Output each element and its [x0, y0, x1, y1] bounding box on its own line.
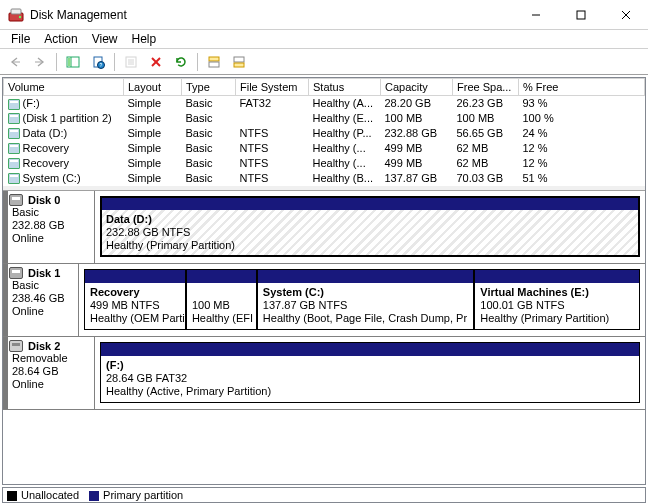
col-freespace[interactable]: Free Spa...: [453, 79, 519, 96]
table-row[interactable]: Data (D:)SimpleBasicNTFSHealthy (P...232…: [4, 126, 645, 141]
partition[interactable]: Data (D:)232.88 GB NTFSHealthy (Primary …: [100, 196, 640, 257]
cell-status: Healthy (B...: [309, 171, 381, 186]
svg-rect-24: [234, 63, 244, 67]
cell-pct: 24 %: [519, 126, 645, 141]
disk-header[interactable]: Disk 2Removable28.64 GBOnline: [3, 337, 95, 409]
legend-unallocated: Unallocated: [7, 489, 79, 501]
cell-layout: Simple: [124, 156, 182, 171]
col-capacity[interactable]: Capacity: [381, 79, 453, 96]
partition-band: [101, 343, 639, 356]
cell-pct: 51 %: [519, 171, 645, 186]
disk-label: Disk 1: [28, 267, 60, 279]
cell-pct: 100 %: [519, 111, 645, 126]
partition-status: Healthy (Boot, Page File, Crash Dump, Pr: [263, 312, 468, 325]
disk-size: 232.88 GB: [12, 219, 88, 232]
cell-capacity: 100 MB: [381, 111, 453, 126]
menu-help[interactable]: Help: [125, 30, 164, 48]
disk-list-bottom-button[interactable]: [228, 51, 250, 73]
disk-partitions: Data (D:)232.88 GB NTFSHealthy (Primary …: [95, 191, 645, 263]
table-row[interactable]: System (C:)SimpleBasicNTFSHealthy (B...1…: [4, 171, 645, 186]
help-button[interactable]: ?: [87, 51, 109, 73]
forward-button[interactable]: [29, 51, 51, 73]
cell-type: Basic: [182, 96, 236, 111]
partition-sizefs: 137.87 GB NTFS: [263, 299, 468, 312]
maximize-button[interactable]: [558, 0, 603, 29]
close-button[interactable]: [603, 0, 648, 29]
disk-list-top-button[interactable]: [203, 51, 225, 73]
disk-icon: [9, 340, 23, 352]
window-title: Disk Management: [30, 8, 513, 22]
cell-free: 100 MB: [453, 111, 519, 126]
cell-capacity: 137.87 GB: [381, 171, 453, 186]
volume-table[interactable]: Volume Layout Type File System Status Ca…: [3, 78, 645, 190]
disk-row-disk2: Disk 2Removable28.64 GBOnline(F:)28.64 G…: [3, 337, 645, 410]
cell-status: Healthy (E...: [309, 111, 381, 126]
menu-file[interactable]: File: [4, 30, 37, 48]
volume-icon: [8, 113, 20, 124]
disk-header[interactable]: Disk 0Basic232.88 GBOnline: [3, 191, 95, 263]
cell-type: Basic: [182, 126, 236, 141]
app-icon: [8, 7, 24, 23]
col-layout[interactable]: Layout: [124, 79, 182, 96]
partition-band: [258, 270, 473, 283]
cell-fs: NTFS: [236, 141, 309, 156]
volume-icon: [8, 128, 20, 139]
menu-action[interactable]: Action: [37, 30, 84, 48]
disk-kind: Removable: [12, 352, 88, 365]
volume-list-pane[interactable]: Volume Layout Type File System Status Ca…: [3, 78, 645, 190]
partition-sizefs: 28.64 GB FAT32: [106, 372, 634, 385]
disk-partitions: Recovery499 MB NTFSHealthy (OEM Partit 1…: [79, 264, 645, 336]
cell-layout: Simple: [124, 141, 182, 156]
cell-status: Healthy (A...: [309, 96, 381, 111]
svg-rect-23: [234, 57, 244, 62]
table-row[interactable]: RecoverySimpleBasicNTFSHealthy (...499 M…: [4, 141, 645, 156]
partition[interactable]: 100 MBHealthy (EFI Sy: [186, 269, 257, 330]
cell-fs: NTFS: [236, 126, 309, 141]
cell-fs: NTFS: [236, 156, 309, 171]
partition[interactable]: Virtual Machines (E:)100.01 GB NTFSHealt…: [474, 269, 640, 330]
delete-button[interactable]: [145, 51, 167, 73]
legend-primary: Primary partition: [89, 489, 183, 501]
table-row[interactable]: (Disk 1 partition 2)SimpleBasicHealthy (…: [4, 111, 645, 126]
partition-status: Healthy (EFI Sy: [192, 312, 251, 325]
disk-header[interactable]: Disk 1Basic238.46 GBOnline: [3, 264, 79, 336]
svg-rect-11: [68, 58, 71, 66]
col-status[interactable]: Status: [309, 79, 381, 96]
cell-type: Basic: [182, 156, 236, 171]
partition-name: Virtual Machines (E:): [480, 286, 634, 299]
col-filesystem[interactable]: File System: [236, 79, 309, 96]
partition-sizefs: 499 MB NTFS: [90, 299, 180, 312]
column-headers[interactable]: Volume Layout Type File System Status Ca…: [4, 79, 645, 96]
cell-type: Basic: [182, 141, 236, 156]
cell-free: 62 MB: [453, 141, 519, 156]
volume-name: Recovery: [23, 157, 69, 169]
col-pctfree[interactable]: % Free: [519, 79, 645, 96]
disk-state: Online: [12, 378, 88, 391]
back-button[interactable]: [4, 51, 26, 73]
disk-kind: Basic: [12, 206, 88, 219]
partition-name: System (C:): [263, 286, 468, 299]
col-type[interactable]: Type: [182, 79, 236, 96]
partition[interactable]: System (C:)137.87 GB NTFSHealthy (Boot, …: [257, 269, 474, 330]
menu-view[interactable]: View: [85, 30, 125, 48]
partition[interactable]: Recovery499 MB NTFSHealthy (OEM Partit: [84, 269, 186, 330]
partition-name: (F:): [106, 359, 634, 372]
cell-free: 26.23 GB: [453, 96, 519, 111]
volume-icon: [8, 158, 20, 169]
svg-rect-21: [209, 57, 219, 61]
cell-free: 70.03 GB: [453, 171, 519, 186]
cell-fs: NTFS: [236, 171, 309, 186]
minimize-button[interactable]: [513, 0, 558, 29]
partition[interactable]: (F:)28.64 GB FAT32Healthy (Active, Prima…: [100, 342, 640, 403]
disk-graphical-pane[interactable]: Disk 0Basic232.88 GBOnlineData (D:)232.8…: [3, 190, 645, 484]
partition-sizefs: 232.88 GB NTFS: [106, 226, 634, 239]
table-row[interactable]: RecoverySimpleBasicNTFSHealthy (...499 M…: [4, 156, 645, 171]
properties-button[interactable]: [120, 51, 142, 73]
disk-state: Online: [12, 232, 88, 245]
cell-free: 56.65 GB: [453, 126, 519, 141]
col-volume[interactable]: Volume: [4, 79, 124, 96]
table-row[interactable]: (F:)SimpleBasicFAT32Healthy (A...28.20 G…: [4, 96, 645, 111]
partition-band: [85, 270, 185, 283]
refresh-button[interactable]: [170, 51, 192, 73]
show-hide-console-tree-button[interactable]: [62, 51, 84, 73]
